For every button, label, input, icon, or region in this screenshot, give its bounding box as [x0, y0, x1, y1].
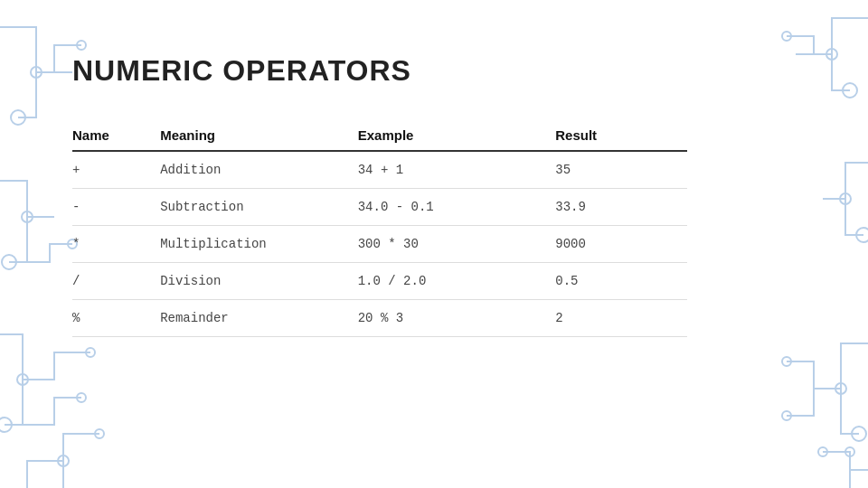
svg-point-7 — [0, 418, 12, 432]
cell-example-4: 20 % 3 — [358, 300, 556, 337]
cell-result-0: 35 — [555, 151, 687, 189]
cell-result-3: 0.5 — [555, 263, 687, 300]
cell-name-4: % — [72, 300, 160, 337]
svg-point-22 — [818, 447, 827, 456]
table-row: /Division1.0 / 2.00.5 — [72, 263, 687, 300]
cell-example-1: 34.0 - 0.1 — [358, 189, 556, 226]
header-name: Name — [72, 120, 160, 151]
cell-meaning-4: Remainder — [160, 300, 358, 337]
svg-point-20 — [782, 411, 791, 420]
header-example: Example — [358, 120, 556, 151]
svg-point-21 — [845, 447, 854, 456]
cell-name-1: - — [72, 189, 160, 226]
cell-name-0: + — [72, 151, 160, 189]
cell-result-2: 9000 — [555, 226, 687, 263]
svg-point-8 — [77, 393, 86, 402]
cell-meaning-1: Subtraction — [160, 189, 358, 226]
table-row: %Remainder20 % 32 — [72, 300, 687, 337]
header-result: Result — [555, 120, 687, 151]
svg-point-10 — [58, 455, 69, 466]
cell-example-2: 300 * 30 — [358, 226, 556, 263]
cell-meaning-3: Division — [160, 263, 358, 300]
cell-result-1: 33.9 — [555, 189, 687, 226]
table-header-row: Name Meaning Example Result — [72, 120, 687, 151]
page-title: NUMERIC OPERATORS — [72, 54, 796, 88]
cell-meaning-0: Addition — [160, 151, 358, 189]
table-row: *Multiplication300 * 309000 — [72, 226, 687, 263]
table-row: +Addition34 + 135 — [72, 151, 687, 189]
cell-name-3: / — [72, 263, 160, 300]
cell-result-4: 2 — [555, 300, 687, 337]
cell-example-0: 34 + 1 — [358, 151, 556, 189]
svg-point-11 — [95, 429, 104, 438]
cell-example-3: 1.0 / 2.0 — [358, 263, 556, 300]
cell-name-2: * — [72, 226, 160, 263]
table-row: -Subtraction34.0 - 0.133.9 — [72, 189, 687, 226]
svg-point-18 — [852, 427, 866, 441]
svg-point-6 — [17, 374, 28, 385]
header-meaning: Meaning — [160, 120, 358, 151]
svg-point-17 — [835, 383, 846, 394]
operators-table: Name Meaning Example Result +Addition34 … — [72, 120, 687, 337]
cell-meaning-2: Multiplication — [160, 226, 358, 263]
